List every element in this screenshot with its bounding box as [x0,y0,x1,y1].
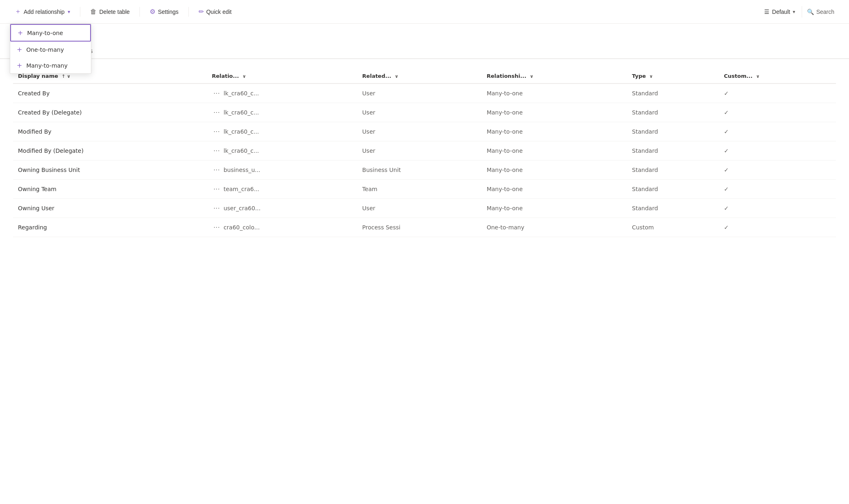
add-relationship-label: Add relationship [24,9,64,15]
default-label: Default [772,9,790,15]
cell-relationship-3: Many-to-one [482,141,627,161]
cell-custom-6: ✓ [719,199,836,218]
check-icon: ✓ [724,186,729,192]
cell-display-name-7: Regarding [13,218,207,237]
search-button[interactable]: 🔍 Search [802,6,839,18]
check-icon: ✓ [724,167,729,173]
cell-custom-2: ✓ [719,122,836,141]
toolbar: ＋ Add relationship ▾ 🗑 Delete table ⚙ Se… [0,0,849,24]
plus-icon-many-to-many: + [17,62,22,69]
row-ellipsis-0[interactable]: ··· [212,89,221,98]
col-relation[interactable]: Relatio... ∨ [207,69,357,84]
toolbar-separator-3 [188,7,189,17]
cell-relation-3: ··· lk_cra60_c... [207,141,357,161]
table-row: Created By (Delegate) ··· lk_cra60_c... … [13,103,836,122]
delete-table-label: Delete table [99,9,130,15]
cell-relation-0: ··· lk_cra60_c... [207,84,357,103]
table-row: Owning Business Unit ··· business_u... B… [13,161,836,180]
cell-relation-5: ··· team_cra6... [207,180,357,199]
cell-display-name-4: Owning Business Unit [13,161,207,180]
table-header-row: Display name ↑ ∨ Relatio... ∨ Related...… [13,69,836,84]
cell-relationship-6: Many-to-one [482,199,627,218]
one-to-many-label: One-to-many [26,46,64,53]
delete-table-button[interactable]: 🗑 Delete table [85,6,135,18]
add-relationship-dropdown: + Many-to-one + One-to-many + Many-to-ma… [10,24,91,74]
pencil-icon: ✏ [199,8,204,15]
tabs-bar: Relationships Views [0,44,849,59]
dropdown-item-one-to-many[interactable]: + One-to-many [10,42,91,57]
add-relationship-button[interactable]: ＋ Add relationship ▾ [10,5,75,18]
check-icon: ✓ [724,109,729,116]
cell-custom-5: ✓ [719,180,836,199]
default-view-button[interactable]: ☰ Default ▾ [759,6,800,18]
table-row: Owning User ··· user_cra60... User Many-… [13,199,836,218]
col-custom[interactable]: Custom... ∨ [719,69,836,84]
breadcrumb: Tables › Color [0,24,849,40]
search-icon: 🔍 [807,9,814,15]
cell-relation-2: ··· lk_cra60_c... [207,122,357,141]
chevron-type-icon: ∨ [649,74,653,79]
chevron-relation-icon: ∨ [242,74,246,79]
relationships-table: Display name ↑ ∨ Relatio... ∨ Related...… [13,69,836,237]
cell-related-1: User [357,103,482,122]
row-ellipsis-6[interactable]: ··· [212,204,221,213]
cell-type-6: Standard [627,199,719,218]
cell-custom-4: ✓ [719,161,836,180]
cell-relationship-4: Many-to-one [482,161,627,180]
chevron-related-icon: ∨ [395,74,398,79]
many-to-one-label: Many-to-one [27,30,63,36]
cell-relation-1: ··· lk_cra60_c... [207,103,357,122]
row-ellipsis-7[interactable]: ··· [212,223,221,232]
cell-type-5: Standard [627,180,719,199]
view-icon: ☰ [764,9,769,15]
table-row: Modified By ··· lk_cra60_c... User Many-… [13,122,836,141]
settings-label: Settings [158,9,179,15]
table-row: Regarding ··· cra60_colo... Process Sess… [13,218,836,237]
row-ellipsis-2[interactable]: ··· [212,127,221,136]
cell-related-0: User [357,84,482,103]
row-ellipsis-1[interactable]: ··· [212,108,221,117]
cell-related-6: User [357,199,482,218]
cell-type-7: Custom [627,218,719,237]
quick-edit-button[interactable]: ✏ Quick edit [194,5,237,18]
dropdown-item-many-to-many[interactable]: + Many-to-many [10,57,91,73]
cell-related-3: User [357,141,482,161]
settings-button[interactable]: ⚙ Settings [145,5,184,18]
cell-display-name-1: Created By (Delegate) [13,103,207,122]
check-icon: ✓ [724,90,729,97]
trash-icon: 🗑 [90,8,97,15]
col-relationship[interactable]: Relationshi... ∨ [482,69,627,84]
table-row: Owning Team ··· team_cra6... Team Many-t… [13,180,836,199]
cell-relationship-2: Many-to-one [482,122,627,141]
cell-relationship-5: Many-to-one [482,180,627,199]
cell-display-name-3: Modified By (Delegate) [13,141,207,161]
table-area: Display name ↑ ∨ Relatio... ∨ Related...… [0,59,849,247]
toolbar-separator-1 [80,7,80,17]
cell-type-4: Standard [627,161,719,180]
cell-custom-7: ✓ [719,218,836,237]
cell-related-2: User [357,122,482,141]
cell-relationship-0: Many-to-one [482,84,627,103]
toolbar-separator-2 [139,7,140,17]
cell-custom-1: ✓ [719,103,836,122]
cell-type-0: Standard [627,84,719,103]
cell-display-name-6: Owning User [13,199,207,218]
col-type[interactable]: Type ∨ [627,69,719,84]
row-ellipsis-3[interactable]: ··· [212,146,221,155]
search-label: Search [816,9,834,15]
col-related[interactable]: Related... ∨ [357,69,482,84]
row-ellipsis-4[interactable]: ··· [212,165,221,174]
cell-type-1: Standard [627,103,719,122]
cell-display-name-2: Modified By [13,122,207,141]
table-row: Created By ··· lk_cra60_c... User Many-t… [13,84,836,103]
row-ellipsis-5[interactable]: ··· [212,185,221,194]
cell-custom-0: ✓ [719,84,836,103]
cell-relationship-1: Many-to-one [482,103,627,122]
cell-relationship-7: One-to-many [482,218,627,237]
table-row: Modified By (Delegate) ··· lk_cra60_c...… [13,141,836,161]
plus-icon-one-to-many: + [17,46,22,53]
many-to-many-label: Many-to-many [26,62,67,69]
cell-related-4: Business Unit [357,161,482,180]
dropdown-item-many-to-one[interactable]: + Many-to-one [10,24,91,42]
toolbar-right: ☰ Default ▾ 🔍 Search [759,6,839,18]
